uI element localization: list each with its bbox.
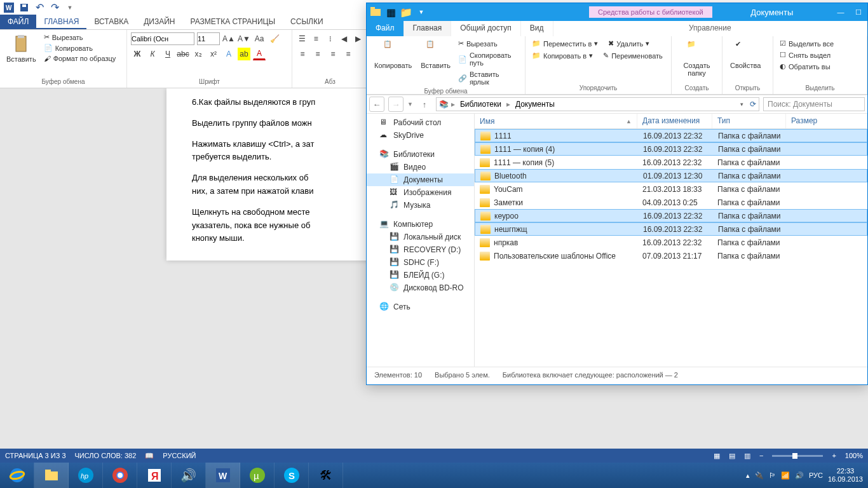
tab-home[interactable]: ГЛАВНАЯ — [36, 15, 86, 29]
exp-cut-button[interactable]: ✂Вырезать — [457, 39, 520, 48]
dropdown-icon[interactable]: ▾ — [740, 101, 743, 107]
taskbar-app[interactable]: 🛠 — [309, 463, 343, 488]
exp-pastelink-button[interactable]: 🔗Вставить ярлык — [457, 70, 520, 86]
format-painter-button[interactable]: 🖌Формат по образцу — [43, 54, 118, 63]
newfolder-button[interactable]: 📁Создать папку — [677, 39, 717, 83]
deselect-button[interactable]: ☐Снять выдел — [778, 50, 862, 60]
new-folder-icon[interactable]: 📁 — [400, 6, 412, 18]
strike-button[interactable]: abc — [177, 48, 189, 60]
zoom-out-icon[interactable]: − — [759, 452, 763, 459]
word-count[interactable]: ЧИСЛО СЛОВ: 382 — [75, 452, 137, 459]
history-dropdown-icon[interactable]: ▼ — [407, 101, 413, 107]
copy-button[interactable]: 📄Копировать — [43, 43, 118, 53]
delete-button[interactable]: ✖Удалить ▾ — [607, 39, 651, 48]
save-icon[interactable] — [19, 3, 29, 13]
search-input[interactable]: Поиск: Документы — [763, 97, 865, 111]
tab-references[interactable]: ССЫЛКИ — [283, 15, 330, 29]
increase-indent-icon[interactable]: ▶ — [353, 32, 364, 45]
tray-clock[interactable]: 22:33 16.09.2013 — [828, 467, 863, 484]
file-row[interactable]: 1111 — копия (5)16.09.2013 22:32Папка с … — [475, 156, 867, 169]
file-row[interactable]: нпркав16.09.2013 22:32Папка с файлами — [475, 236, 867, 249]
font-size-select[interactable] — [197, 32, 220, 45]
file-row[interactable]: Пользовательские шаблоны Office07.09.201… — [475, 249, 867, 262]
file-row[interactable]: Заметки04.09.2013 0:25Папка с файлами — [475, 196, 867, 209]
align-center-icon[interactable]: ≡ — [311, 48, 324, 60]
tray-show-hidden-icon[interactable]: ▴ — [746, 471, 750, 480]
zoom-slider[interactable] — [772, 455, 823, 457]
breadcrumb-documents[interactable]: Документы — [513, 100, 557, 109]
taskbar-utorrent[interactable]: µ — [240, 463, 275, 488]
breadcrumb-libraries[interactable]: Библиотеки — [458, 100, 504, 109]
tray-action-icon[interactable]: 🏳 — [769, 471, 776, 479]
refresh-icon[interactable]: ⟳ — [750, 100, 756, 109]
align-left-icon[interactable]: ≡ — [296, 48, 309, 60]
view-read-icon[interactable]: ▤ — [729, 452, 735, 460]
up-button[interactable]: ↑ — [417, 97, 432, 112]
file-row[interactable]: кеуроо16.09.2013 22:32Папка с файлами — [475, 209, 867, 222]
tree-images[interactable]: 🖼Изображения — [367, 186, 474, 199]
view-print-icon[interactable]: ▦ — [714, 452, 720, 460]
tree-music[interactable]: 🎵Музыка — [367, 199, 474, 212]
font-color-icon[interactable]: A — [253, 48, 266, 60]
tree-blade[interactable]: 💾БЛЕЙД (G:) — [367, 269, 474, 281]
paste-button[interactable]: Вставить — [4, 32, 39, 64]
tray-network-icon[interactable]: 📶 — [781, 471, 790, 480]
tree-sdhc[interactable]: 💾SDHC (F:) — [367, 256, 474, 269]
minimize-button[interactable]: — — [832, 6, 850, 18]
tab-file[interactable]: ФАЙЛ — [0, 15, 36, 29]
maximize-button[interactable]: ☐ — [850, 6, 867, 18]
exp-paste-button[interactable]: 📋Вставить — [418, 39, 453, 86]
properties-button[interactable]: ✔Свойства — [728, 39, 763, 83]
subscript-button[interactable]: x₂ — [192, 48, 205, 60]
tray-volume-icon[interactable]: 🔊 — [795, 471, 804, 480]
taskbar-ie[interactable] — [0, 463, 34, 488]
tree-computer[interactable]: 💻Компьютер — [367, 218, 474, 231]
explorer-app-icon[interactable] — [369, 6, 382, 18]
superscript-button[interactable]: x² — [207, 48, 220, 60]
column-date[interactable]: Дата изменения — [637, 114, 712, 128]
word-app-icon[interactable]: W — [4, 3, 14, 13]
file-row[interactable]: YouCam21.03.2013 18:33Папка с файлами — [475, 182, 867, 196]
exp-tab-file[interactable]: Файл — [367, 21, 404, 36]
tree-documents[interactable]: 📄Документы — [367, 173, 474, 186]
column-type[interactable]: Тип — [712, 114, 786, 128]
shrink-font-icon[interactable]: A▼ — [238, 32, 250, 45]
qat-dropdown-icon[interactable]: ▼ — [415, 6, 428, 18]
column-name[interactable]: Имя▲ — [475, 114, 637, 128]
tab-layout[interactable]: РАЗМЕТКА СТРАНИЦЫ — [183, 15, 283, 29]
italic-button[interactable]: К — [146, 48, 159, 60]
file-row[interactable]: 1111 — копия (4)16.09.2013 22:32Папка с … — [475, 142, 867, 156]
clear-format-icon[interactable]: 🧹 — [268, 32, 281, 45]
align-right-icon[interactable]: ≡ — [327, 48, 339, 60]
bold-button[interactable]: Ж — [131, 48, 144, 60]
tab-design[interactable]: ДИЗАЙН — [136, 15, 182, 29]
justify-icon[interactable]: ≡ — [342, 48, 355, 60]
zoom-value[interactable]: 100% — [845, 452, 863, 459]
cut-button[interactable]: ✂Вырезать — [43, 32, 118, 42]
exp-tab-home[interactable]: Главная — [404, 21, 452, 36]
moveto-button[interactable]: 📁Переместить в ▾ — [531, 39, 599, 48]
breadcrumb[interactable]: 📚 ▸ Библиотеки ▸ Документы ▾ ⟳ — [436, 97, 759, 111]
tree-bdrom[interactable]: 💿Дисковод BD-RO — [367, 281, 474, 294]
view-web-icon[interactable]: ▥ — [744, 452, 750, 460]
exp-tab-view[interactable]: Вид — [521, 21, 553, 36]
rename-button[interactable]: ✎Переименовать — [602, 51, 664, 60]
qat-menu-icon[interactable]: ▼ — [65, 3, 75, 13]
explorer-titlebar[interactable]: ▦ 📁 ▼ Средства работы с библиотекой Доку… — [367, 3, 867, 21]
tree-video[interactable]: 🎬Видео — [367, 161, 474, 173]
tab-insert[interactable]: ВСТАВКА — [86, 15, 136, 29]
properties-icon[interactable]: ▦ — [384, 6, 397, 18]
taskbar-explorer[interactable] — [34, 463, 69, 488]
exp-tab-share[interactable]: Общий доступ — [451, 21, 521, 36]
copyto-button[interactable]: 📁Копировать в ▾ — [531, 51, 594, 60]
chevron-right-icon[interactable]: ▸ — [451, 100, 455, 109]
taskbar-hp[interactable]: hp — [69, 463, 103, 488]
tray-language[interactable]: РУС — [809, 471, 823, 479]
exp-tab-manage[interactable]: Управление — [553, 21, 867, 36]
file-rows[interactable]: 111116.09.2013 22:32Папка с файлами1111 … — [475, 129, 867, 262]
spellcheck-icon[interactable]: 📖 — [145, 452, 154, 460]
tree-network[interactable]: 🌐Сеть — [367, 301, 474, 313]
tree-libraries[interactable]: 📚Библиотеки — [367, 148, 474, 161]
file-row[interactable]: 111116.09.2013 22:32Папка с файлами — [475, 129, 867, 142]
selectall-button[interactable]: ☑Выделить все — [778, 39, 862, 48]
